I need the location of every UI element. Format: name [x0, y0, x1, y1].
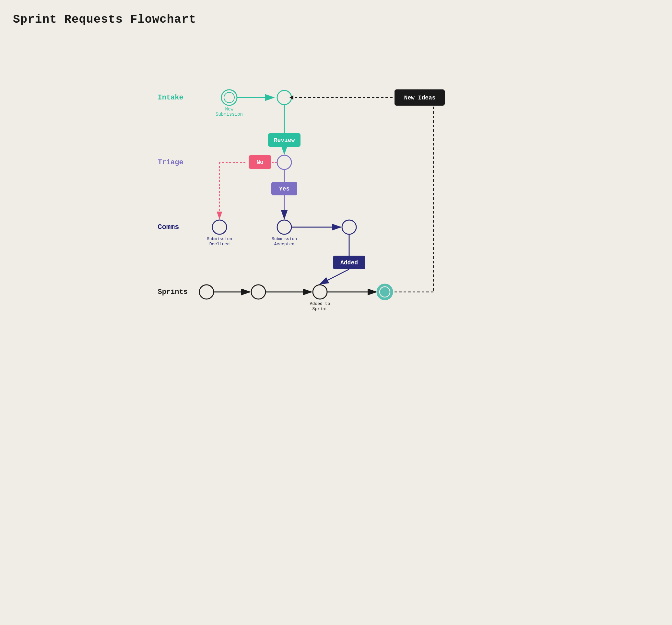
node-declined	[212, 220, 226, 234]
label-declined-2: Declined	[209, 242, 229, 247]
label-no: No	[257, 159, 264, 166]
node-sprint1	[199, 285, 214, 299]
label-added-to-sprint-2: Sprint	[312, 306, 328, 311]
svg-text:Submission: Submission	[215, 112, 242, 117]
svg-point-5	[224, 92, 234, 103]
label-new-ideas: New Ideas	[404, 95, 435, 101]
page-title: Sprint Requests Flowchart	[13, 13, 659, 26]
node-added-to-sprint	[313, 285, 327, 299]
label-accepted-1: Submission	[271, 236, 296, 241]
label-yes: Yes	[279, 186, 289, 192]
label-review: Review	[273, 137, 295, 144]
node-triage1	[277, 155, 291, 170]
arrow-added-to-sprint	[320, 269, 349, 284]
node-comms3	[342, 220, 356, 234]
label-added: Added	[340, 259, 358, 266]
label-added-to-sprint-1: Added to	[310, 301, 330, 306]
svg-point-7	[380, 287, 390, 297]
label-declined-1: Submission	[207, 236, 232, 241]
node-intake2	[277, 91, 291, 105]
label-new-submission: New	[225, 107, 233, 112]
node-sprint2	[251, 285, 265, 299]
label-accepted-2: Accepted	[274, 242, 294, 247]
flowchart: Intake Triage Comms Sprints New	[158, 46, 514, 337]
node-accepted	[277, 220, 291, 234]
